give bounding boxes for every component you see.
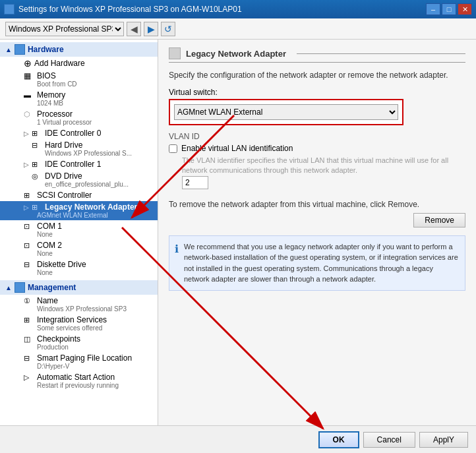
- hardware-section-header[interactable]: ▲ Hardware: [0, 42, 158, 57]
- back-button[interactable]: ◀: [127, 22, 141, 36]
- sidebar-item-com1[interactable]: ⊡ COM 1 None: [0, 220, 158, 239]
- sidebar-item-checkpoints[interactable]: ◫ Checkpoints Production: [0, 333, 158, 352]
- apply-button[interactable]: ApplY: [419, 432, 468, 448]
- hd-icon: ⊟: [32, 141, 42, 150]
- com1-icon: ⊡: [24, 222, 34, 231]
- sidebar-item-sub: Restart if previously running: [37, 382, 152, 389]
- vlan-input[interactable]: [182, 176, 208, 189]
- management-icon: [15, 282, 25, 293]
- forward-button[interactable]: ▶: [144, 22, 158, 36]
- vswitch-red-box: AGMnet WLAN External: [169, 99, 403, 125]
- sidebar-item-sub: en_office_professional_plu...: [45, 181, 152, 188]
- sidebar-item-label: COM 2: [37, 241, 62, 250]
- com2-icon: ⊡: [24, 241, 34, 250]
- checkpoints-icon: ◫: [24, 335, 34, 344]
- app-icon: [4, 4, 15, 15]
- sidebar-item-sub: Windows XP Professional SP3: [37, 305, 152, 313]
- cancel-button[interactable]: Cancel: [363, 432, 415, 448]
- sidebar-item-sub: None: [37, 269, 152, 276]
- section-title-text: Legacy Network Adapter: [186, 49, 286, 59]
- sidebar-item-processor[interactable]: ⬡ Processor 1 Virtual processor: [0, 108, 158, 127]
- ok-button[interactable]: OK: [318, 431, 359, 448]
- vswitch-group: Virtual switch: AGMnet WLAN External: [169, 88, 465, 125]
- minimize-button[interactable]: –: [426, 3, 440, 15]
- close-button[interactable]: ✕: [458, 3, 472, 15]
- vswitch-select[interactable]: AGMnet WLAN External: [174, 104, 398, 120]
- sidebar-item-label: BIOS: [37, 71, 56, 80]
- add-hardware-icon: ⊕: [24, 58, 32, 69]
- integration-icon: ⊞: [24, 316, 34, 324]
- sidebar-item-sub: Windows XP Professional S...: [45, 150, 152, 157]
- remove-button[interactable]: Remove: [413, 213, 465, 227]
- sidebar-item-sub: D:\Hyper-V: [37, 363, 152, 370]
- sidebar-item-smart-paging[interactable]: ⊟ Smart Paging File Location D:\Hyper-V: [0, 352, 158, 371]
- info-icon: ℹ: [175, 241, 179, 285]
- sidebar-item-label: Add Hardware: [34, 59, 85, 68]
- sidebar-item-sub: 1024 MB: [37, 100, 152, 107]
- sidebar-item-ide0[interactable]: ▷ ⊞ IDE Controller 0: [0, 127, 158, 139]
- sidebar-item-sub: None: [37, 250, 152, 257]
- sidebar-item-sub: AGMnet WLAN External: [37, 212, 152, 219]
- management-section-header[interactable]: ▲ Management: [0, 280, 158, 295]
- ide-icon: ⊞: [32, 129, 42, 138]
- expand-icon: ▷: [24, 130, 29, 137]
- sidebar-item-label: Checkpoints: [37, 334, 80, 344]
- info-text: We recommend that you use a legacy netwo…: [184, 241, 460, 285]
- remove-description: To remove the network adapter from this …: [169, 200, 465, 209]
- vlan-checkbox[interactable]: [169, 144, 177, 153]
- title-bar: Settings for Windows XP Professional SP3…: [0, 0, 476, 18]
- toolbar: Windows XP Professional SP3 ◀ ▶ ↺: [0, 18, 476, 40]
- sidebar-item-label: Name: [37, 296, 58, 305]
- scsi-icon: ⊞: [24, 191, 34, 200]
- sidebar-item-label: Processor: [37, 109, 73, 119]
- vm-selector[interactable]: Windows XP Professional SP3: [5, 22, 124, 36]
- main-layout: ▲ Hardware ⊕ Add Hardware ▦ BIOS Boot fr…: [0, 40, 476, 425]
- processor-icon: ⬡: [24, 110, 34, 119]
- info-box: ℹ We recommend that you use a legacy net…: [169, 235, 465, 291]
- sidebar-item-ide1[interactable]: ▷ ⊞ IDE Controller 1: [0, 158, 158, 170]
- sidebar-item-label: Smart Paging File Location: [37, 353, 132, 363]
- sidebar-item-sub: 1 Virtual processor: [37, 119, 152, 126]
- content-area: Legacy Network Adapter Specify the confi…: [158, 40, 476, 425]
- memory-icon: ▬: [24, 91, 34, 99]
- vlan-section: VLAN ID Enable virtual LAN identificatio…: [169, 132, 465, 189]
- sidebar-item-sub: Production: [37, 344, 152, 351]
- sidebar-item-label: COM 1: [37, 222, 62, 231]
- sidebar-item-com2[interactable]: ⊡ COM 2 None: [0, 239, 158, 258]
- sidebar-item-dvd[interactable]: ◎ DVD Drive en_office_professional_plu..…: [0, 170, 158, 189]
- refresh-button[interactable]: ↺: [161, 22, 175, 36]
- maximize-button[interactable]: □: [442, 3, 456, 15]
- vlan-label: VLAN ID: [169, 132, 465, 141]
- hardware-collapse-icon: ▲: [5, 46, 12, 53]
- sidebar-item-scsi[interactable]: ⊞ SCSI Controller: [0, 189, 158, 201]
- hardware-label: Hardware: [28, 45, 64, 54]
- vlan-desc1: The VLAN identifier specifies the virtua…: [182, 156, 465, 166]
- sidebar-item-sub: Boot from CD: [37, 80, 152, 88]
- sidebar-item-hard-drive[interactable]: ⊟ Hard Drive Windows XP Professional S..…: [0, 139, 158, 158]
- ide1-icon: ⊞: [32, 160, 42, 169]
- hardware-icon: [15, 44, 25, 55]
- sidebar-item-add-hardware[interactable]: ⊕ Add Hardware: [0, 57, 158, 70]
- vlan-checkbox-label[interactable]: Enable virtual LAN identification: [181, 144, 293, 153]
- sidebar: ▲ Hardware ⊕ Add Hardware ▦ BIOS Boot fr…: [0, 40, 158, 425]
- sidebar-item-label: Hard Drive: [45, 140, 82, 150]
- sidebar-item-auto-start[interactable]: ▷ Automatic Start Action Restart if prev…: [0, 371, 158, 390]
- sidebar-item-label: Automatic Start Action: [37, 373, 115, 382]
- management-collapse-icon: ▲: [5, 284, 12, 291]
- sidebar-item-label: Memory: [37, 90, 65, 100]
- sidebar-item-memory[interactable]: ▬ Memory 1024 MB: [0, 89, 158, 108]
- autostart-icon: ▷: [24, 373, 34, 382]
- sidebar-item-label: SCSI Controller: [37, 191, 92, 200]
- sidebar-item-label: IDE Controller 0: [45, 129, 101, 138]
- expand-icon2: ▷: [24, 161, 29, 168]
- sidebar-item-legacy-network[interactable]: ▷ ⊞ Legacy Network Adapter AGMnet WLAN E…: [0, 201, 158, 220]
- sidebar-item-diskette[interactable]: ⊟ Diskette Drive None: [0, 258, 158, 278]
- sidebar-item-label: IDE Controller 1: [45, 160, 101, 169]
- sidebar-item-integration[interactable]: ⊞ Integration Services Some services off…: [0, 314, 158, 333]
- sidebar-item-bios[interactable]: ▦ BIOS Boot from CD: [0, 70, 158, 89]
- sidebar-item-name[interactable]: ① Name Windows XP Professional SP3: [0, 295, 158, 314]
- content-description: Specify the configuration of the network…: [169, 71, 465, 80]
- vlan-desc2: network communications through this netw…: [182, 166, 465, 175]
- expand-icon3: ▷: [24, 204, 29, 211]
- diskette-icon: ⊟: [24, 260, 34, 269]
